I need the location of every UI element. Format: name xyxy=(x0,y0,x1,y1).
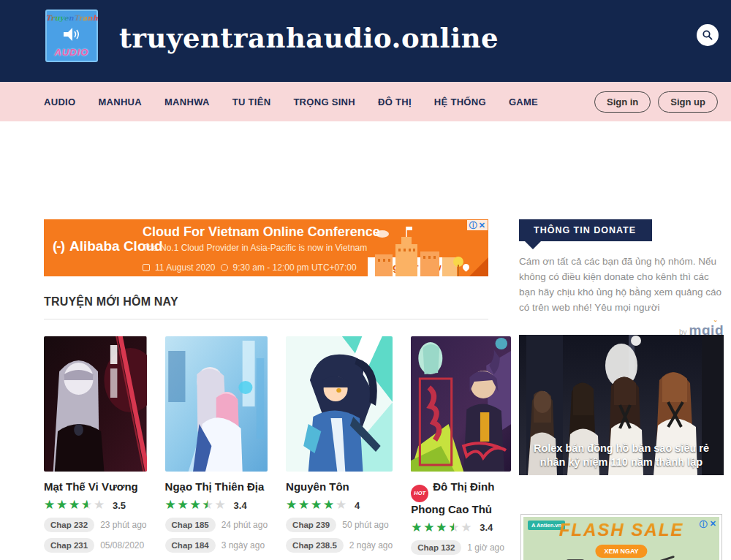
nav-item-đô-thị[interactable]: ĐÔ THỊ xyxy=(378,97,412,107)
ad-info-icon[interactable]: ⓘ xyxy=(700,519,708,530)
ad-time: 9:30 am - 12:00 pm UTC+07:00 xyxy=(233,262,357,273)
chapter-time: 3 ngày ago xyxy=(221,540,265,550)
chapter-row: Chap 232 23 phút ago xyxy=(44,518,147,532)
star-icon: ★★ xyxy=(311,499,323,512)
rating-row: ★★★★★★★★★★ 3.5 xyxy=(44,499,147,512)
chapter-pill[interactable]: Chap 239 xyxy=(286,518,336,532)
alibaba-brackets-icon: (-) xyxy=(53,238,64,254)
comic-cover[interactable] xyxy=(411,336,511,472)
star-icon: ★★ xyxy=(323,499,336,512)
logo-text-audio: AUDIO xyxy=(55,47,89,58)
rating-row: ★★★★★★★★★★ 4 xyxy=(286,499,393,512)
star-icon: ★★ xyxy=(461,521,473,534)
logo-text-top: TruyenTranh xyxy=(45,14,98,22)
comic-card: Mạt Thế Vi Vương ★★★★★★★★★★ 3.5 Chap 232… xyxy=(44,336,147,560)
nav-item-manhwa[interactable]: MANHWA xyxy=(164,97,210,107)
native-ad[interactable]: Rolex bán đồng hồ bản sao siêu rẻ nhân k… xyxy=(519,335,724,475)
chapter-pill[interactable]: Chap 184 xyxy=(165,538,216,553)
nav-item-trọng-sinh[interactable]: TRỌNG SINH xyxy=(293,97,355,107)
star-icon: ★★ xyxy=(81,499,94,512)
flash-sale-inner: A Antien.vn FLASH SALE XEM NGAY ⓘ ✕ xyxy=(523,517,719,560)
chapter-time: 23 phút ago xyxy=(100,520,146,530)
ad-close-icon[interactable]: ✕ xyxy=(710,519,716,530)
nav-item-game[interactable]: GAME xyxy=(509,97,538,107)
nav-items: AUDIOMANHUAMANHWATU TIÊNTRỌNG SINHĐÔ THỊ… xyxy=(44,97,538,107)
main-nav: AUDIOMANHUAMANHWATU TIÊNTRỌNG SINHĐÔ THỊ… xyxy=(0,82,731,121)
nav-item-hệ-thống[interactable]: HỆ THỐNG xyxy=(434,97,486,107)
chapter-row: Chap 132 1 giờ ago xyxy=(411,540,511,555)
chapter-time: 2 ngày ago xyxy=(349,540,393,550)
chapter-pill[interactable]: Chap 132 xyxy=(411,540,461,555)
ad-info-icon[interactable]: ⓘ xyxy=(469,221,477,230)
speaker-icon xyxy=(62,27,81,42)
flash-sale-ad[interactable]: A Antien.vn FLASH SALE XEM NGAY ⓘ ✕ xyxy=(520,514,722,560)
comic-cover[interactable] xyxy=(165,336,268,472)
star-rating: ★★★★★★★★★★ xyxy=(44,499,106,512)
chapter-row: Chap 238.5 2 ngày ago xyxy=(286,538,393,553)
star-icon: ★★ xyxy=(436,521,448,534)
ad-subtitle: The No.1 Cloud Provider in Asia-Pacific … xyxy=(143,243,367,253)
native-ad-caption: Rolex bán đồng hồ bản sao siêu rẻ nhân k… xyxy=(519,442,724,469)
comic-card: HOTĐô Thị Đỉnh Phong Cao Thủ ★★★★★★★★★★ … xyxy=(411,336,511,560)
site-header: TruyenTranh AUDIO truyentranhaudio.onlin… xyxy=(0,0,731,82)
adchoices: ⓘ ✕ xyxy=(467,220,488,230)
ad-corner-fold xyxy=(469,257,488,276)
ad-close-icon[interactable]: ✕ xyxy=(479,221,485,230)
chapter-pill[interactable]: Chap 232 xyxy=(44,518,94,532)
star-icon: ★★ xyxy=(178,499,190,512)
chapter-row: Chap 239 50 phút ago xyxy=(286,518,393,532)
xem-ngay-button[interactable]: XEM NGAY xyxy=(595,545,647,558)
chapter-pill[interactable]: Chap 185 xyxy=(165,518,216,532)
alibaba-ad-banner[interactable]: (-) Alibaba Cloud Cloud For Vietnam Onli… xyxy=(44,219,488,276)
star-icon: ★★ xyxy=(411,521,423,534)
chapter-pill[interactable]: Chap 231 xyxy=(44,538,94,553)
star-icon: ★★ xyxy=(423,521,436,534)
nav-item-tu-tiên[interactable]: TU TIÊN xyxy=(232,97,271,107)
ad-title: Cloud For Vietnam Online Conference xyxy=(143,224,380,240)
star-icon: ★★ xyxy=(69,499,81,512)
sign-up-button[interactable]: Sign up xyxy=(658,91,718,113)
comic-cover[interactable] xyxy=(44,336,147,472)
comic-title[interactable]: Mạt Thế Vi Vương xyxy=(44,480,147,493)
site-title[interactable]: truyentranhaudio.online xyxy=(119,22,499,54)
rating-row: ★★★★★★★★★★ 3.4 xyxy=(165,499,268,512)
rating-value: 3.5 xyxy=(113,500,126,511)
calendar-icon xyxy=(143,264,150,271)
star-icon: ★★ xyxy=(56,499,69,512)
star-icon: ★★ xyxy=(298,499,311,512)
sidebar: THÔNG TIN DONATE Cám ơn tất cả các bạn đ… xyxy=(519,219,724,338)
sign-in-button[interactable]: Sign in xyxy=(594,91,651,113)
star-icon: ★★ xyxy=(94,499,106,512)
auth-buttons: Sign in Sign up xyxy=(594,91,718,113)
chapter-row: Chap 231 05/08/2020 xyxy=(44,538,147,553)
star-icon: ★★ xyxy=(165,499,178,512)
ad-date: 11 August 2020 xyxy=(155,262,216,273)
comic-title[interactable]: Ngạo Thị Thiên Địa xyxy=(165,480,268,493)
nav-item-manhua[interactable]: MANHUA xyxy=(98,97,142,107)
adchoices: ⓘ ✕ xyxy=(700,519,716,530)
comic-title[interactable]: HOTĐô Thị Đỉnh Phong Cao Thủ xyxy=(411,480,511,516)
new-comics-grid: Mạt Thế Vi Vương ★★★★★★★★★★ 3.5 Chap 232… xyxy=(44,336,488,560)
donate-text: Cám ơn tất cả các bạn đã ủng hộ nhóm. Nế… xyxy=(519,254,724,315)
rating-row: ★★★★★★★★★★ 3.4 xyxy=(411,521,511,534)
rating-value: 4 xyxy=(355,500,360,511)
comic-title[interactable]: Nguyên Tôn xyxy=(286,480,393,493)
city-illustration xyxy=(369,219,468,276)
comic-card: Ngạo Thị Thiên Địa ★★★★★★★★★★ 3.4 Chap 1… xyxy=(165,336,268,560)
chapter-row: Chap 185 24 phút ago xyxy=(165,518,268,532)
chapter-row: Chap 184 3 ngày ago xyxy=(165,538,268,553)
chapter-time: 24 phút ago xyxy=(221,520,268,530)
star-rating: ★★★★★★★★★★ xyxy=(165,499,227,512)
search-button[interactable] xyxy=(697,24,719,46)
site-logo[interactable]: TruyenTranh AUDIO xyxy=(45,10,98,62)
star-icon: ★★ xyxy=(215,499,227,512)
section-title: TRUYỆN MỚI HÔM NAY xyxy=(44,295,488,319)
chapter-pill[interactable]: Chap 238.5 xyxy=(286,538,344,553)
star-icon: ★★ xyxy=(202,499,215,512)
hot-badge: HOT xyxy=(411,485,428,502)
star-icon: ★★ xyxy=(190,499,202,512)
nav-item-audio[interactable]: AUDIO xyxy=(44,97,75,107)
star-icon: ★★ xyxy=(336,499,348,512)
comic-cover[interactable] xyxy=(286,336,393,472)
donate-heading: THÔNG TIN DONATE xyxy=(519,219,652,241)
